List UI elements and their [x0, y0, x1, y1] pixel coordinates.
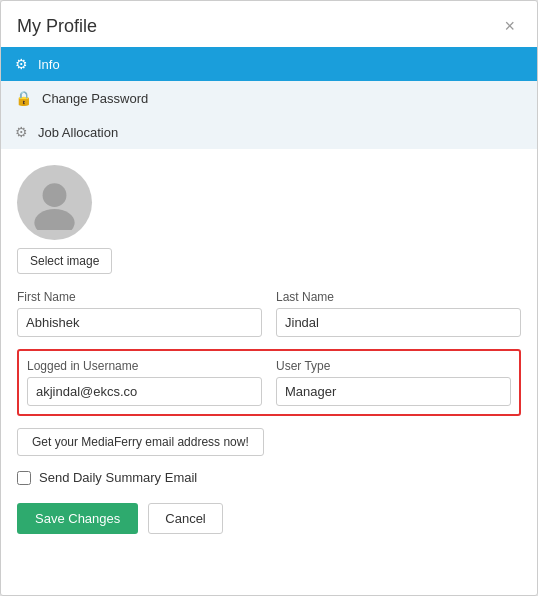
avatar — [17, 165, 92, 240]
lock-icon: 🔒 — [15, 90, 32, 106]
gear-icon-2: ⚙ — [15, 124, 28, 140]
avatar-icon — [27, 175, 82, 230]
user-type-input[interactable] — [276, 377, 511, 406]
nav-item-job-allocation[interactable]: ⚙ Job Allocation — [1, 115, 537, 149]
last-name-label: Last Name — [276, 290, 521, 304]
daily-summary-label: Send Daily Summary Email — [39, 470, 197, 485]
cancel-button[interactable]: Cancel — [148, 503, 222, 534]
last-name-group: Last Name — [276, 290, 521, 337]
last-name-input[interactable] — [276, 308, 521, 337]
user-type-label: User Type — [276, 359, 511, 373]
close-button[interactable]: × — [498, 15, 521, 37]
nav-label-job-allocation: Job Allocation — [38, 125, 118, 140]
svg-point-1 — [34, 209, 74, 230]
name-row: First Name Last Name — [17, 290, 521, 337]
username-group: Logged in Username — [27, 359, 262, 406]
first-name-input[interactable] — [17, 308, 262, 337]
modal-title: My Profile — [17, 16, 97, 37]
nav-label-change-password: Change Password — [42, 91, 148, 106]
select-image-button[interactable]: Select image — [17, 248, 112, 274]
username-input[interactable] — [27, 377, 262, 406]
nav-item-change-password[interactable]: 🔒 Change Password — [1, 81, 537, 115]
first-name-group: First Name — [17, 290, 262, 337]
user-type-group: User Type — [276, 359, 511, 406]
gear-icon: ⚙ — [15, 56, 28, 72]
first-name-label: First Name — [17, 290, 262, 304]
svg-point-0 — [43, 183, 67, 207]
avatar-section: Select image — [17, 165, 521, 274]
username-usertype-row: Logged in Username User Type — [17, 349, 521, 416]
mediaferry-button[interactable]: Get your MediaFerry email address now! — [17, 428, 264, 456]
save-changes-button[interactable]: Save Changes — [17, 503, 138, 534]
username-label: Logged in Username — [27, 359, 262, 373]
footer-row: Save Changes Cancel — [17, 503, 521, 534]
nav-label-info: Info — [38, 57, 60, 72]
nav-item-info[interactable]: ⚙ Info — [1, 47, 537, 81]
modal-header: My Profile × — [1, 1, 537, 47]
profile-nav: ⚙ Info 🔒 Change Password ⚙ Job Allocatio… — [1, 47, 537, 149]
content-area: Select image First Name Last Name Logged… — [1, 165, 537, 550]
daily-summary-checkbox[interactable] — [17, 471, 31, 485]
profile-modal: My Profile × ⚙ Info 🔒 Change Password ⚙ … — [0, 0, 538, 596]
daily-summary-row: Send Daily Summary Email — [17, 470, 521, 485]
